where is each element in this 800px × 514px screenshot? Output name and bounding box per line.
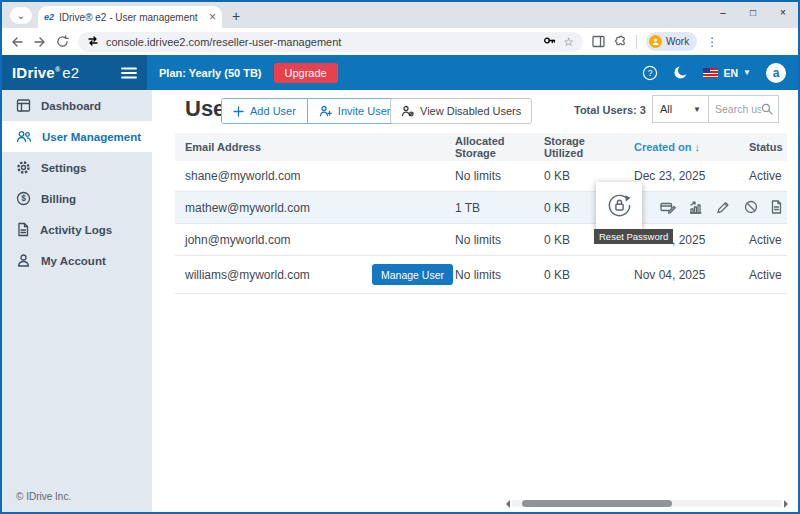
cell-email: mathew@myworld.com [175,201,445,215]
reset-password-icon [606,192,633,219]
status-badge: Active [739,169,787,183]
close-icon[interactable]: × [768,2,798,26]
col-created-sort[interactable]: Created on ↓ [624,141,739,153]
browser-menu-icon[interactable]: ⋮ [706,35,718,49]
language-selector[interactable]: EN ▼ [703,67,751,79]
password-key-icon[interactable] [543,33,556,51]
dashboard-icon [16,98,31,113]
user-logs-icon[interactable] [770,200,783,217]
status-badge: Active [739,233,787,247]
maximize-icon[interactable]: □ [738,2,768,26]
upgrade-button[interactable]: Upgrade [274,63,338,83]
disabled-user-icon [401,105,414,117]
chevron-down-icon: ⌄ [17,10,25,21]
edit-storage-icon[interactable] [660,200,676,218]
search-icon[interactable] [761,103,773,115]
back-icon[interactable] [10,35,24,49]
header-actions: ? EN ▼ a [642,63,798,83]
cell-allocated: No limits [445,233,534,247]
help-icon[interactable]: ? [642,65,658,81]
tab-close-icon[interactable]: × [209,10,216,24]
sidebar-item-billing[interactable]: $ Billing [2,183,152,214]
window-controls: – □ × [708,2,798,26]
cell-created: Nov 04, 2025 [624,268,739,282]
add-user-button[interactable]: Add User [222,99,307,123]
reset-password-button[interactable] [596,182,642,234]
user-actions-group: Add User Invite Users [221,98,408,124]
search-user-box [708,95,779,123]
url-bar[interactable]: console.idrivee2.com/reseller-user-manag… [78,32,583,52]
chevron-down-icon: ▼ [693,105,701,114]
us-flag-icon [703,68,718,78]
user-filter-dropdown[interactable]: All ▼ [652,95,709,123]
side-panel-icon[interactable] [592,35,605,48]
usage-statistics-icon[interactable] [688,200,703,218]
new-tab-button[interactable]: + [232,9,240,23]
sidebar-item-label: Dashboard [41,100,101,112]
language-label: EN [723,67,738,79]
sidebar-item-label: Settings [41,162,86,174]
sidebar-item-my-account[interactable]: My Account [2,245,152,276]
chevron-down-icon: ▼ [743,68,751,77]
table-row[interactable]: john@myworld.com No limits 0 KB Dec 23, … [175,224,787,256]
tab-search-button[interactable]: ⌄ [10,7,32,24]
svg-text:?: ? [648,68,653,78]
sidebar-item-settings[interactable]: Settings [2,152,152,183]
app-header: IDrive®e2 Plan: Yearly (50 TB) Upgrade ?… [2,55,798,90]
toolbar-divider [636,35,637,49]
col-status: Status [739,141,787,153]
plus-icon [233,106,244,117]
scroll-left-icon[interactable] [502,500,510,508]
table-row[interactable]: shane@myworld.com No limits 0 KB Dec 23,… [175,161,787,192]
main-content: Users Add User Invite Users View Disable… [152,90,798,512]
reset-password-tooltip: Reset Password [594,229,673,244]
col-email: Email Address [175,141,445,153]
invite-user-icon [319,105,332,117]
browser-window: ⌄ e2 IDrive® e2 - User management × + – … [0,0,800,514]
table-row[interactable]: williams@myworld.com No limits 0 KB Nov … [175,256,787,294]
manage-user-button[interactable]: Manage User [372,264,453,285]
cell-allocated: 1 TB [445,201,534,215]
profile-chip[interactable]: Work [646,32,697,51]
sidebar-item-dashboard[interactable]: Dashboard [2,90,152,121]
svg-text:$: $ [21,193,26,203]
site-info-icon[interactable] [87,33,99,51]
profile-label: Work [666,36,689,47]
table-header: Email Address Allocated Storage Storage … [175,133,787,161]
cell-utilized: 0 KB [534,268,624,282]
sidebar: Dashboard User Management Settings $ Bil… [2,90,152,512]
billing-icon: $ [16,191,31,206]
extensions-puzzle-icon[interactable] [614,35,627,48]
scrollbar-track[interactable] [512,500,782,507]
site-favicon: e2 [44,12,54,22]
plan-label: Plan: Yearly (50 TB) [159,67,262,79]
horizontal-scrollbar[interactable] [502,499,792,508]
browser-tab[interactable]: e2 IDrive® e2 - User management × [38,6,222,28]
hamburger-menu-icon[interactable] [121,67,137,79]
scroll-right-icon[interactable] [784,500,792,508]
table-row-hovered[interactable]: mathew@myworld.com 1 TB 0 KB [175,192,787,224]
gear-icon [16,160,31,175]
reload-icon[interactable] [56,35,69,48]
browser-toolbar: console.idrivee2.com/reseller-user-manag… [2,28,798,55]
sidebar-item-label: User Management [42,131,141,143]
status-badge: Active [739,268,787,282]
cell-allocated: No limits [445,169,534,183]
total-users-count: Total Users: 3 [574,104,646,116]
sidebar-item-user-management[interactable]: User Management [2,121,152,152]
search-input[interactable] [715,103,761,115]
minimize-icon[interactable]: – [708,2,738,26]
view-disabled-users-button[interactable]: View Disabled Users [390,98,532,124]
cell-allocated: No limits [445,268,534,282]
sidebar-item-activity-logs[interactable]: Activity Logs [2,214,152,245]
browser-titlebar: ⌄ e2 IDrive® e2 - User management × + – … [2,2,798,28]
forward-icon[interactable] [33,35,47,49]
edit-user-icon[interactable] [716,200,730,217]
account-avatar[interactable]: a [766,63,786,83]
users-table: Email Address Allocated Storage Storage … [175,133,787,294]
disable-user-icon[interactable] [744,200,758,217]
scrollbar-thumb[interactable] [522,500,672,507]
dark-mode-moon-icon[interactable] [673,65,688,80]
bookmark-star-icon[interactable]: ☆ [563,36,574,48]
cell-email: john@myworld.com [175,233,445,247]
